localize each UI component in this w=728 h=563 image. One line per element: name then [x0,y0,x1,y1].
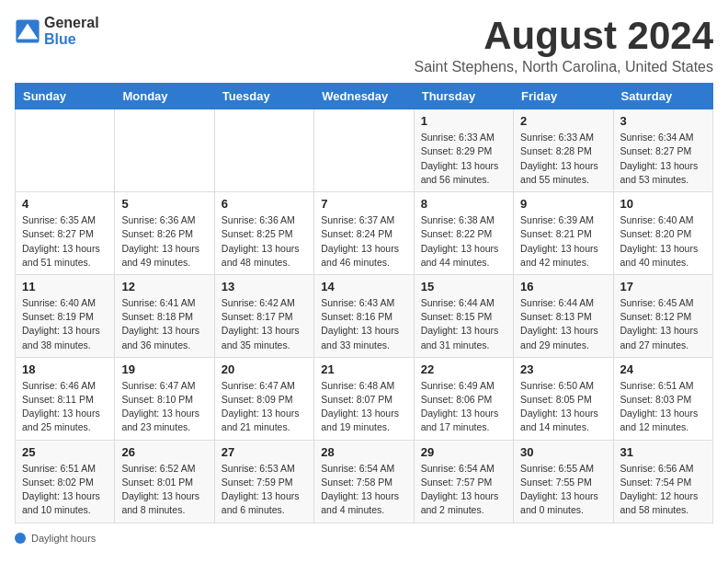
day-number: 23 [520,362,606,376]
month-title: August 2024 [414,15,713,57]
day-info: Sunrise: 6:37 AM Sunset: 8:24 PM Dayligh… [321,213,406,270]
day-info: Sunrise: 6:49 AM Sunset: 8:06 PM Dayligh… [421,379,506,435]
header-thursday: Thursday [414,84,513,109]
day-number: 6 [222,197,307,211]
day-info: Sunrise: 6:40 AM Sunset: 8:19 PM Dayligh… [22,296,108,352]
day-info: Sunrise: 6:51 AM Sunset: 8:03 PM Dayligh… [620,379,706,435]
calendar-cell: 31Sunrise: 6:56 AM Sunset: 7:54 PM Dayli… [613,440,712,523]
day-info: Sunrise: 6:34 AM Sunset: 8:27 PM Dayligh… [620,131,706,187]
day-info: Sunrise: 6:50 AM Sunset: 8:05 PM Dayligh… [520,379,606,435]
day-info: Sunrise: 6:43 AM Sunset: 8:16 PM Dayligh… [321,296,406,352]
footer-label: Daylight hours [31,533,96,544]
day-number: 13 [222,280,307,293]
day-number: 24 [620,362,706,376]
day-number: 8 [421,197,506,211]
header-monday: Monday [115,84,214,109]
calendar-cell: 19Sunrise: 6:47 AM Sunset: 8:10 PM Dayli… [115,357,214,440]
calendar-cell: 20Sunrise: 6:47 AM Sunset: 8:09 PM Dayli… [214,357,313,440]
calendar-week-0: 1Sunrise: 6:33 AM Sunset: 8:29 PM Daylig… [16,109,713,192]
title-block: August 2024 Saint Stephens, North Caroli… [414,15,713,75]
header-sunday: Sunday [16,84,115,109]
day-number: 27 [222,445,307,459]
day-number: 11 [22,280,108,293]
day-number: 15 [421,280,506,293]
calendar-cell: 5Sunrise: 6:36 AM Sunset: 8:26 PM Daylig… [115,192,214,275]
day-info: Sunrise: 6:38 AM Sunset: 8:22 PM Dayligh… [421,213,506,270]
calendar-header-row: SundayMondayTuesdayWednesdayThursdayFrid… [16,84,713,109]
location: Saint Stephens, North Carolina, United S… [414,59,713,75]
day-info: Sunrise: 6:36 AM Sunset: 8:25 PM Dayligh… [222,213,307,270]
day-number: 18 [22,362,108,376]
calendar-cell: 11Sunrise: 6:40 AM Sunset: 8:19 PM Dayli… [16,274,115,357]
day-number: 9 [520,197,606,211]
calendar-cell [214,109,313,192]
day-number: 4 [22,197,108,211]
header-saturday: Saturday [613,84,712,109]
day-info: Sunrise: 6:41 AM Sunset: 8:18 PM Dayligh… [121,296,207,352]
calendar-cell: 30Sunrise: 6:55 AM Sunset: 7:55 PM Dayli… [514,440,613,523]
calendar-cell: 12Sunrise: 6:41 AM Sunset: 8:18 PM Dayli… [115,274,214,357]
calendar-cell: 4Sunrise: 6:35 AM Sunset: 8:27 PM Daylig… [16,192,115,275]
day-info: Sunrise: 6:48 AM Sunset: 8:07 PM Dayligh… [321,379,406,435]
calendar-cell: 26Sunrise: 6:52 AM Sunset: 8:01 PM Dayli… [115,440,214,523]
day-number: 3 [620,114,706,128]
calendar-cell: 8Sunrise: 6:38 AM Sunset: 8:22 PM Daylig… [414,192,513,275]
day-number: 10 [620,197,706,211]
calendar-cell: 2Sunrise: 6:33 AM Sunset: 8:28 PM Daylig… [514,109,613,192]
calendar-cell: 22Sunrise: 6:49 AM Sunset: 8:06 PM Dayli… [414,357,513,440]
logo: General Blue [15,15,99,48]
logo-icon [15,18,40,44]
day-number: 12 [121,280,207,293]
calendar-cell: 10Sunrise: 6:40 AM Sunset: 8:20 PM Dayli… [613,192,712,275]
calendar-cell: 21Sunrise: 6:48 AM Sunset: 8:07 PM Dayli… [314,357,414,440]
day-number: 1 [421,114,506,128]
day-number: 16 [520,280,606,293]
day-info: Sunrise: 6:54 AM Sunset: 7:57 PM Dayligh… [421,462,506,518]
day-info: Sunrise: 6:40 AM Sunset: 8:20 PM Dayligh… [620,213,706,270]
day-number: 20 [222,362,307,376]
calendar-cell: 24Sunrise: 6:51 AM Sunset: 8:03 PM Dayli… [613,357,712,440]
logo-general: General [44,15,99,30]
day-info: Sunrise: 6:33 AM Sunset: 8:29 PM Dayligh… [421,131,506,187]
header-friday: Friday [514,84,613,109]
day-info: Sunrise: 6:47 AM Sunset: 8:10 PM Dayligh… [121,379,207,435]
day-number: 5 [121,197,207,211]
calendar-cell: 6Sunrise: 6:36 AM Sunset: 8:25 PM Daylig… [214,192,313,275]
day-number: 22 [421,362,506,376]
calendar-week-1: 4Sunrise: 6:35 AM Sunset: 8:27 PM Daylig… [16,192,713,275]
day-info: Sunrise: 6:55 AM Sunset: 7:55 PM Dayligh… [520,462,606,518]
calendar-cell: 14Sunrise: 6:43 AM Sunset: 8:16 PM Dayli… [314,274,414,357]
calendar-week-2: 11Sunrise: 6:40 AM Sunset: 8:19 PM Dayli… [16,274,713,357]
day-info: Sunrise: 6:56 AM Sunset: 7:54 PM Dayligh… [620,462,706,518]
calendar-cell [314,109,414,192]
day-number: 30 [520,445,606,459]
day-info: Sunrise: 6:46 AM Sunset: 8:11 PM Dayligh… [22,379,108,435]
day-info: Sunrise: 6:39 AM Sunset: 8:21 PM Dayligh… [520,213,606,270]
calendar-cell: 27Sunrise: 6:53 AM Sunset: 7:59 PM Dayli… [214,440,313,523]
day-number: 29 [421,445,506,459]
calendar-cell: 15Sunrise: 6:44 AM Sunset: 8:15 PM Dayli… [414,274,513,357]
day-number: 31 [620,445,706,459]
calendar-cell: 23Sunrise: 6:50 AM Sunset: 8:05 PM Dayli… [514,357,613,440]
calendar-cell: 29Sunrise: 6:54 AM Sunset: 7:57 PM Dayli… [414,440,513,523]
calendar-cell: 9Sunrise: 6:39 AM Sunset: 8:21 PM Daylig… [514,192,613,275]
day-info: Sunrise: 6:51 AM Sunset: 8:02 PM Dayligh… [22,462,108,518]
day-info: Sunrise: 6:44 AM Sunset: 8:15 PM Dayligh… [421,296,506,352]
day-info: Sunrise: 6:52 AM Sunset: 8:01 PM Dayligh… [121,462,207,518]
logo-blue: Blue [44,31,76,47]
calendar-table: SundayMondayTuesdayWednesdayThursdayFrid… [15,83,713,523]
calendar-cell: 17Sunrise: 6:45 AM Sunset: 8:12 PM Dayli… [613,274,712,357]
day-info: Sunrise: 6:44 AM Sunset: 8:13 PM Dayligh… [520,296,606,352]
day-number: 21 [321,362,406,376]
day-number: 28 [321,445,406,459]
day-info: Sunrise: 6:36 AM Sunset: 8:26 PM Dayligh… [121,213,207,270]
calendar-week-3: 18Sunrise: 6:46 AM Sunset: 8:11 PM Dayli… [16,357,713,440]
page-header: General Blue August 2024 Saint Stephens,… [15,15,713,75]
day-number: 17 [620,280,706,293]
calendar-week-4: 25Sunrise: 6:51 AM Sunset: 8:02 PM Dayli… [16,440,713,523]
calendar-cell: 7Sunrise: 6:37 AM Sunset: 8:24 PM Daylig… [314,192,414,275]
footer-dot [15,533,26,544]
day-number: 2 [520,114,606,128]
calendar-cell [16,109,115,192]
day-info: Sunrise: 6:42 AM Sunset: 8:17 PM Dayligh… [222,296,307,352]
